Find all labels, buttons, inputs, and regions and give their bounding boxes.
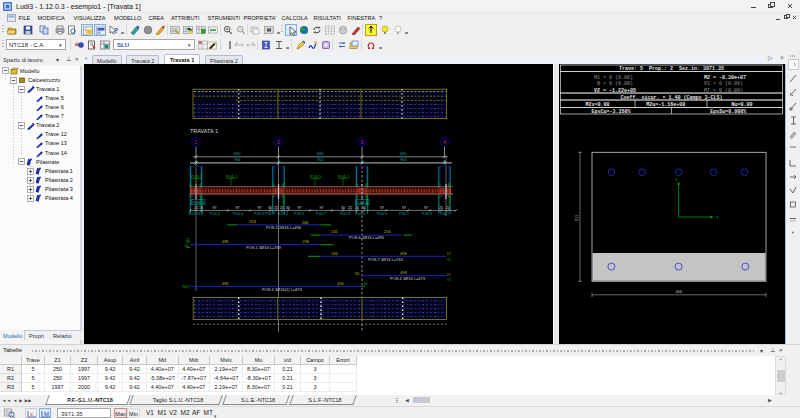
svg-text:97: 97 (258, 206, 262, 210)
svg-text:25: 25 (274, 206, 278, 210)
svg-text:766: 766 (234, 157, 242, 162)
svg-text:490: 490 (337, 281, 344, 286)
svg-text:25: 25 (446, 206, 450, 210)
svg-text:30: 30 (286, 206, 290, 210)
svg-text:M1 = 0 (0.00): M1 = 0 (0.00) (594, 75, 633, 81)
svg-text:97: 97 (380, 206, 384, 210)
svg-text:P.05.1: P.05.1 (226, 174, 238, 179)
svg-text:75: 75 (447, 278, 451, 282)
svg-text:P.05.9: P.05.9 (377, 212, 387, 216)
svg-text:P.05.4: P.05.4 (233, 212, 243, 216)
svg-text:498: 498 (222, 281, 229, 286)
svg-text:POS.1 3Ø16 L=769: POS.1 3Ø16 L=769 (246, 245, 282, 250)
svg-text:430: 430 (400, 151, 408, 156)
svg-text:Coeff. sicur. = 1.40 (Campo 3-: Coeff. sicur. = 1.40 (Campo 3-CLS) (620, 95, 722, 101)
svg-text:M2 = -8.30e+07: M2 = -8.30e+07 (704, 75, 746, 81)
svg-text:430: 430 (234, 151, 242, 156)
svg-text:258: 258 (302, 239, 309, 244)
svg-text:V2 = -1.22e+05: V2 = -1.22e+05 (594, 88, 636, 94)
svg-text:256: 256 (384, 229, 391, 234)
svg-text:2.05.0: 2.05.0 (355, 212, 365, 216)
svg-text:2.06.4: 2.06.4 (357, 200, 369, 205)
svg-text:25: 25 (348, 206, 352, 210)
svg-text:05.2: 05.2 (197, 212, 204, 216)
svg-text:P.05.5: P.05.5 (310, 174, 322, 179)
svg-text:M: M (44, 411, 49, 417)
svg-text:498: 498 (400, 251, 407, 256)
svg-text:P.05.7: P.05.7 (399, 212, 409, 216)
svg-text:EpsSu=0.998%: EpsSu=0.998% (710, 109, 746, 115)
svg-text:P.05.3: P.05.3 (191, 174, 203, 179)
svg-text:400: 400 (676, 289, 683, 294)
svg-text:N(2): N(2) (183, 285, 190, 289)
svg-text:430: 430 (317, 151, 325, 156)
svg-text:P.05.3: P.05.3 (210, 212, 220, 216)
svg-text:243: 243 (302, 220, 309, 225)
svg-text:EpsCu=-3.350%: EpsCu=-3.350% (591, 109, 630, 115)
svg-text:97: 97 (402, 206, 406, 210)
svg-text:70: 70 (447, 258, 451, 262)
svg-text:P.05.9: P.05.9 (340, 212, 350, 216)
svg-text:311: 311 (574, 214, 579, 221)
svg-text:M2s=0.00: M2s=0.00 (585, 102, 609, 108)
svg-text:241: 241 (331, 229, 338, 234)
svg-text:41: 41 (185, 244, 189, 248)
svg-text:1: 1 (194, 139, 197, 145)
svg-text:P.05.1: P.05.1 (440, 212, 450, 216)
svg-text:Nu=0.00: Nu=0.00 (731, 102, 752, 108)
svg-text:4: 4 (443, 139, 446, 145)
svg-text:25: 25 (194, 206, 198, 210)
svg-text:B.05.2: B.05.2 (278, 212, 288, 216)
svg-text:25: 25 (280, 206, 284, 210)
svg-text:2: 2 (277, 139, 280, 145)
svg-text:764: 764 (317, 157, 325, 162)
svg-text:21: 21 (186, 238, 190, 242)
svg-text:POS.4 3Ø16 L=473: POS.4 3Ø16 L=473 (390, 276, 426, 281)
svg-text:M2u=-1.16e+08: M2u=-1.16e+08 (646, 102, 685, 108)
svg-text:16: 16 (364, 282, 368, 286)
svg-text:30: 30 (268, 206, 272, 210)
svg-text:97: 97 (213, 206, 217, 210)
svg-text:POS.6 2Ø16 L=496: POS.6 2Ø16 L=496 (349, 235, 385, 240)
svg-text:25: 25 (355, 206, 359, 210)
svg-text:P.05.3: P.05.3 (193, 200, 205, 205)
svg-text:P.05.7: P.05.7 (316, 212, 326, 216)
svg-text:POS.3 3Ø16(1) L=873: POS.3 3Ø16(1) L=873 (262, 287, 303, 292)
svg-text:POS.7 3Ø16 L=763: POS.7 3Ø16 L=763 (368, 257, 404, 262)
svg-text:P.05.1: P.05.1 (338, 174, 350, 179)
svg-text:254: 254 (249, 219, 256, 224)
svg-text:P.05.9: P.05.9 (265, 212, 275, 216)
svg-text:97: 97 (236, 206, 240, 210)
svg-text:P.05.9: P.05.9 (294, 212, 304, 216)
svg-text:TRAVATA 1: TRAVATA 1 (190, 128, 218, 134)
svg-text:764: 764 (400, 157, 408, 162)
svg-text:498: 498 (400, 270, 407, 275)
svg-text:97: 97 (320, 206, 324, 210)
svg-text:3: 3 (360, 139, 363, 145)
svg-text:x: x (30, 411, 33, 417)
svg-text:Trave: 5 Prop.: 2 Sez.in: 39: Trave: 5 Prop.: 2 Sez.in: 3971.35 (619, 66, 724, 72)
svg-text:18: 18 (199, 206, 203, 210)
svg-text:4.05: 4.05 (189, 212, 196, 216)
svg-text:17: 17 (447, 273, 451, 277)
svg-text:POS.2 2Ø16 L=496: POS.2 2Ø16 L=496 (266, 225, 302, 230)
svg-text:97: 97 (298, 206, 302, 210)
svg-text:17: 17 (447, 252, 451, 256)
svg-text:MT = 0 (0.00): MT = 0 (0.00) (704, 88, 743, 94)
svg-text:97: 97 (424, 206, 428, 210)
svg-text:P.05.3: P.05.3 (254, 212, 264, 216)
svg-text:498: 498 (222, 239, 229, 244)
svg-text:30: 30 (362, 206, 366, 210)
svg-text:P.05.9: P.05.9 (422, 212, 432, 216)
svg-text:20: 20 (355, 271, 360, 276)
svg-text:260: 260 (331, 251, 338, 256)
svg-text:?: ? (114, 27, 118, 34)
svg-text:30: 30 (341, 206, 345, 210)
svg-text:N = 0 (0.00): N = 0 (0.00) (594, 81, 633, 87)
svg-text:V1 = 0 (0.00): V1 = 0 (0.00) (704, 81, 743, 87)
svg-text:25: 25 (439, 206, 443, 210)
